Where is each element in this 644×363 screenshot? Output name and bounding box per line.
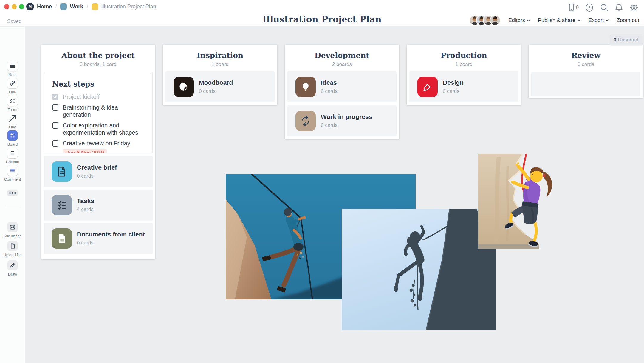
- zoom-out-button[interactable]: Zoom out: [617, 17, 639, 24]
- comment-tool[interactable]: Comment: [0, 165, 25, 182]
- unsorted-badge[interactable]: 0 Unsorted: [610, 35, 642, 45]
- todo-icon: [10, 98, 16, 104]
- todo-item: Project kickoff: [52, 93, 147, 100]
- board-row-work-in-progress[interactable]: Work in progress 0 cards: [287, 105, 397, 136]
- due-date-badge[interactable]: Due 8 Nov 2019: [63, 149, 107, 153]
- note-title: Next steps: [52, 80, 147, 88]
- column-subtitle: 3 boards, 1 card: [41, 61, 155, 67]
- link-tool[interactable]: Link: [0, 78, 25, 94]
- link-icon: [10, 80, 16, 86]
- column-title[interactable]: Review: [529, 51, 643, 60]
- publish-share-menu[interactable]: Publish & share: [538, 17, 580, 24]
- top-icon-row: 0 ?: [568, 2, 639, 13]
- note-tool[interactable]: Note: [0, 61, 25, 77]
- checkbox[interactable]: [52, 104, 58, 111]
- draw-tool[interactable]: Draw: [0, 260, 25, 276]
- work-board-swatch-icon[interactable]: [60, 3, 67, 10]
- breadcrumb: M Home / Work / Illustration Project Pla…: [26, 0, 156, 13]
- column-icon: [10, 150, 16, 156]
- help-icon[interactable]: ?: [585, 3, 594, 12]
- svg-text:?: ?: [588, 5, 591, 10]
- checkbox-checked[interactable]: [52, 94, 58, 100]
- mobile-devices-icon[interactable]: 0: [568, 3, 579, 12]
- empty-column-dropzone[interactable]: [531, 72, 640, 96]
- notifications-icon[interactable]: [615, 3, 623, 12]
- editors-menu[interactable]: Editors: [508, 17, 530, 24]
- board-row-ideas[interactable]: Ideas 0 cards: [287, 71, 397, 102]
- board-row-documents-from-client[interactable]: Documents from client 0 cards: [44, 223, 153, 254]
- breadcrumb-home[interactable]: Home: [37, 4, 52, 10]
- upload-file-tool[interactable]: Upload file: [0, 241, 25, 257]
- checklist-icon: [52, 195, 72, 215]
- checkbox[interactable]: [52, 140, 58, 147]
- close-window-button[interactable]: [4, 4, 9, 9]
- device-count: 0: [576, 4, 579, 10]
- avatar: [490, 15, 501, 26]
- column-subtitle: 2 boards: [285, 61, 399, 67]
- board-row-moodboard[interactable]: Moodboard 0 cards: [165, 71, 275, 102]
- column-development: Development 2 boards Ideas 0 cards Work …: [285, 45, 399, 139]
- zoom-window-button[interactable]: [19, 4, 24, 9]
- repeat-icon: [295, 111, 316, 131]
- column-subtitle: 0 cards: [529, 61, 643, 67]
- editor-avatars[interactable]: [469, 15, 501, 26]
- column-about-the-project: About the project 3 boards, 1 card Next …: [41, 45, 155, 259]
- document-icon: [52, 161, 72, 182]
- column-title[interactable]: Inspiration: [163, 51, 277, 60]
- line-arrow-icon: [8, 114, 17, 123]
- minimize-window-button[interactable]: [12, 4, 17, 9]
- board-icon: [10, 133, 16, 139]
- column-title[interactable]: About the project: [41, 51, 155, 60]
- todo-tool[interactable]: To-do: [0, 96, 25, 112]
- board-row-creative-brief[interactable]: Creative brief 0 cards: [44, 156, 153, 187]
- draw-icon: [10, 262, 16, 268]
- search-icon[interactable]: [600, 3, 609, 12]
- project-board-swatch-icon[interactable]: [92, 3, 98, 10]
- note-card-next-steps[interactable]: Next steps Project kickoff Brainstorming…: [44, 72, 153, 153]
- board-row-tasks[interactable]: Tasks 4 cards: [44, 190, 153, 221]
- chevron-down-icon: [527, 19, 530, 21]
- top-bar: M Home / Work / Illustration Project Pla…: [0, 0, 644, 26]
- upload-file-icon: [10, 243, 16, 249]
- todo-item: Brainstorming & idea generation: [52, 104, 147, 118]
- chevron-down-icon: [606, 19, 609, 21]
- paint-blob-icon: [174, 77, 194, 97]
- column-tool[interactable]: Column: [0, 148, 25, 164]
- column-inspiration: Inspiration 1 board Moodboard 0 cards: [163, 45, 277, 105]
- column-subtitle: 1 board: [407, 61, 521, 67]
- add-image-icon: [10, 224, 16, 230]
- column-review: Review 0 cards: [529, 45, 643, 98]
- breadcrumb-work[interactable]: Work: [70, 4, 83, 10]
- toolbar-divider: [5, 207, 20, 207]
- ellipsis-icon: [7, 190, 18, 196]
- export-menu[interactable]: Export: [588, 17, 609, 24]
- column-production: Production 1 board Design 0 cards: [407, 45, 521, 105]
- column-title[interactable]: Development: [285, 51, 399, 60]
- todo-item: Creative review on Friday: [52, 140, 147, 147]
- chevron-down-icon: [577, 19, 580, 21]
- more-tools-button[interactable]: [0, 190, 25, 196]
- climbing-photo-2[interactable]: [342, 209, 496, 330]
- board-row-design[interactable]: Design 0 cards: [409, 71, 518, 102]
- board-tool[interactable]: Board: [0, 130, 25, 147]
- woman-climbing-emoji[interactable]: [478, 154, 564, 252]
- add-image-tool[interactable]: Add image: [0, 222, 25, 238]
- breadcrumb-separator: /: [55, 4, 57, 9]
- breadcrumb-separator: /: [86, 4, 89, 9]
- milanote-logo-icon[interactable]: M: [26, 3, 34, 10]
- top-actions: Editors Publish & share Export Zoom out: [469, 15, 639, 26]
- file-icon: [52, 228, 72, 249]
- column-title[interactable]: Production: [407, 51, 521, 60]
- milanote-app: { "window": { "breadcrumb": { "items": […: [0, 0, 644, 363]
- comment-icon: [10, 167, 16, 173]
- marker-icon: [417, 77, 438, 97]
- column-subtitle: 1 board: [163, 61, 277, 67]
- tool-sidebar: Note Link To-do Line Board Column Commen…: [0, 27, 25, 363]
- lightbulb-icon: [295, 77, 316, 97]
- line-tool[interactable]: Line: [0, 113, 25, 129]
- settings-icon[interactable]: [629, 3, 639, 12]
- checkbox[interactable]: [52, 122, 58, 129]
- breadcrumb-current: Illustration Project Plan: [101, 4, 156, 10]
- todo-item: Color exploration and experimentation wi…: [52, 122, 147, 136]
- note-icon: [10, 63, 16, 69]
